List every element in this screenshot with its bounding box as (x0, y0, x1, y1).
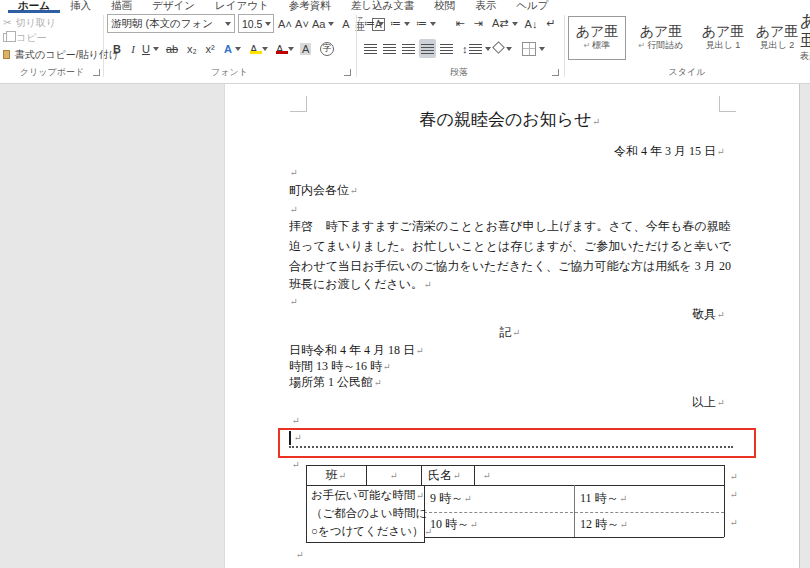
style-heading2[interactable]: あア亜 見出し 2 (748, 16, 806, 60)
clear-formatting-button[interactable]: A (338, 14, 354, 33)
bold-button[interactable]: B (110, 39, 124, 58)
empty-paragraph[interactable]: ↵ (293, 429, 302, 446)
empty-paragraph[interactable]: ↵ (289, 164, 298, 181)
sort-button[interactable]: A↓ (522, 14, 540, 33)
shading-button[interactable] (494, 39, 512, 58)
empty-paragraph[interactable]: ↵ (291, 412, 300, 429)
align-right-button[interactable] (400, 39, 417, 58)
doc-recipient-line[interactable]: 町内会各位↵ (289, 182, 358, 199)
table-cell-helper-label[interactable]: お手伝い可能な時間↵ (311, 488, 424, 504)
doc-body-line[interactable]: 迫ってまいりました。お忙しいこととは存じますが、ご参加いただけると幸いです。また… (289, 238, 731, 255)
doc-body-line[interactable]: 拝啓 時下ますますご清栄のこととお喜び申し上げます。さて、今年も春の親睦会の時期… (289, 218, 731, 235)
align-center-button[interactable] (381, 39, 398, 58)
empty-paragraph[interactable]: ↵ (289, 201, 298, 218)
shrink-font-button[interactable]: A˅ (294, 14, 310, 33)
doc-closing-line[interactable]: 敬具↵ (289, 306, 731, 323)
style-no-spacing[interactable]: あア亜 ↵行間詰め (632, 16, 690, 60)
strikethrough-button[interactable]: ab (164, 39, 180, 58)
font-name-select[interactable]: 游明朝 (本文のフォン (107, 14, 235, 33)
tab-view[interactable]: 表示 (465, 0, 506, 13)
numbering-button[interactable]: ≔ (390, 14, 410, 33)
table-cell-han[interactable]: 班↵ (306, 468, 366, 484)
superscript-button[interactable]: x² (202, 39, 218, 58)
borders-button[interactable] (522, 39, 545, 58)
doc-detail-datetime[interactable]: 日時令和 4 年 4 月 18 日↵ (289, 342, 424, 359)
font-group-label: フォント (103, 66, 356, 79)
align-left-button[interactable] (362, 39, 379, 58)
justify-button[interactable] (419, 39, 436, 58)
tab-draw[interactable]: 描画 (101, 0, 142, 13)
doc-date-line[interactable]: 令和 4 年 3 月 15 日↵ (289, 143, 731, 160)
line-spacing-button[interactable]: ↕ (462, 39, 491, 58)
pilcrow-mark: ↵ (373, 378, 382, 388)
decrease-indent-button[interactable]: ⇤ (452, 14, 468, 33)
chevron-down-icon (262, 47, 268, 51)
doc-body-line[interactable]: 合わせて当日お手伝いのご協力をいただきたく、ご協力可能な方は用紙を 3 月 20… (289, 258, 731, 275)
table-cell-helper-label[interactable]: （ご都合のよい時間に (311, 506, 427, 521)
tab-references[interactable]: 参考資料 (279, 0, 341, 13)
table-cell-9h[interactable]: 9 時～↵ (430, 491, 472, 507)
doc-ki-line[interactable]: 記↵ (289, 324, 731, 341)
paragraph-dialog-launcher[interactable] (552, 69, 559, 76)
table-cell-12h[interactable]: 12 時～↵ (580, 517, 628, 533)
show-formatting-marks-button[interactable]: ↵ (543, 14, 559, 33)
style-normal[interactable]: あア亜 ↵標準 (568, 16, 626, 60)
table-cell-10h[interactable]: 10 時～↵ (430, 517, 478, 533)
document-page[interactable]: 春の親睦会のお知らせ↵ 令和 4 年 3 月 15 日↵ ↵ 町内会各位↵ ↵ … (224, 84, 800, 568)
text-effects-button[interactable]: A (224, 39, 241, 58)
table-cell-empty[interactable]: ↵ (366, 468, 421, 484)
table-cell-helper-label[interactable]: ○をつけてください）↵ (311, 524, 433, 540)
highlight-color-button[interactable]: A (248, 39, 268, 58)
tab-design[interactable]: デザイン (142, 0, 205, 13)
clipboard-dialog-launcher[interactable] (93, 69, 100, 76)
italic-button[interactable]: I (127, 39, 139, 58)
underline-button[interactable]: U (142, 39, 159, 58)
table-cell-11h[interactable]: 11 時～↵ (580, 491, 628, 507)
tab-mailings[interactable]: 差し込み文書 (341, 0, 425, 13)
pilcrow-mark: ↵ (423, 280, 432, 290)
pilcrow-mark: ↵ (415, 346, 424, 356)
document-canvas: 春の親睦会のお知らせ↵ 令和 4 年 3 月 15 日↵ ↵ 町内会各位↵ ↵ … (0, 84, 810, 568)
empty-paragraph[interactable]: ↵ (291, 456, 300, 473)
table-cell-empty[interactable]: ↵ (482, 468, 491, 484)
empty-paragraph[interactable]: ↵ (295, 546, 304, 563)
chevron-down-icon (328, 22, 334, 26)
pilcrow-mark: ↵ (389, 471, 398, 481)
enclose-character-button[interactable]: 字 (320, 39, 334, 58)
multilevel-list-button[interactable]: ≔ (416, 14, 436, 33)
text-effects-icon: A (224, 43, 232, 55)
style-heading1[interactable]: あア亜 見出し 1 (694, 16, 752, 60)
change-case-button[interactable]: Aa (312, 14, 334, 33)
doc-detail-place[interactable]: 場所第 1 公民館↵ (289, 374, 382, 391)
increase-indent-button[interactable]: ⇥ (470, 14, 486, 33)
tab-review[interactable]: 校閲 (424, 0, 465, 13)
doc-title[interactable]: 春の親睦会のお知らせ↵ (289, 109, 731, 133)
font-size-select[interactable]: 10.5 (238, 14, 274, 33)
character-shading-button[interactable]: A (300, 39, 311, 58)
chevron-down-icon (378, 22, 384, 26)
bullets-button[interactable]: ≔ (364, 14, 384, 33)
grow-font-button[interactable]: A˄ (277, 14, 293, 33)
doc-body-line[interactable]: 班長にお渡しください。↵ (289, 276, 432, 293)
character-scaling-button[interactable]: A⇄ (492, 14, 518, 33)
copy-button[interactable]: コピー (3, 31, 46, 44)
format-painter-button[interactable]: 書式のコピー/貼り付け (3, 48, 119, 61)
style-title[interactable]: あア亜 表題 (800, 16, 810, 60)
font-color-button[interactable]: A (274, 39, 294, 58)
tab-insert[interactable]: 挿入 (60, 0, 101, 13)
pilcrow-mark: ↵ (452, 471, 461, 481)
doc-ijou-line[interactable]: 以上↵ (289, 394, 731, 411)
subscript-button[interactable]: x₂ (184, 39, 200, 58)
helper-time-table[interactable]: 班↵ ↵ 氏名↵ ↵ お手伝い可能な時間↵ （ご都合のよい時間に (306, 465, 724, 544)
distribute-button[interactable] (438, 39, 455, 58)
tab-help[interactable]: ヘルプ (506, 0, 558, 13)
font-dialog-launcher[interactable] (344, 69, 351, 76)
pilcrow-mark: ↵ (592, 117, 601, 127)
table-cell-name[interactable]: 氏名↵ (428, 468, 461, 484)
doc-detail-time[interactable]: 時間 13 時～16 時↵ (289, 358, 391, 375)
pilcrow-mark: ↵ (463, 494, 472, 504)
copy-icon (3, 33, 11, 42)
tab-layout[interactable]: レイアウト (205, 0, 279, 13)
cut-button[interactable]: ✂ 切り取り (3, 16, 56, 29)
tab-home[interactable]: ホーム (8, 0, 60, 13)
